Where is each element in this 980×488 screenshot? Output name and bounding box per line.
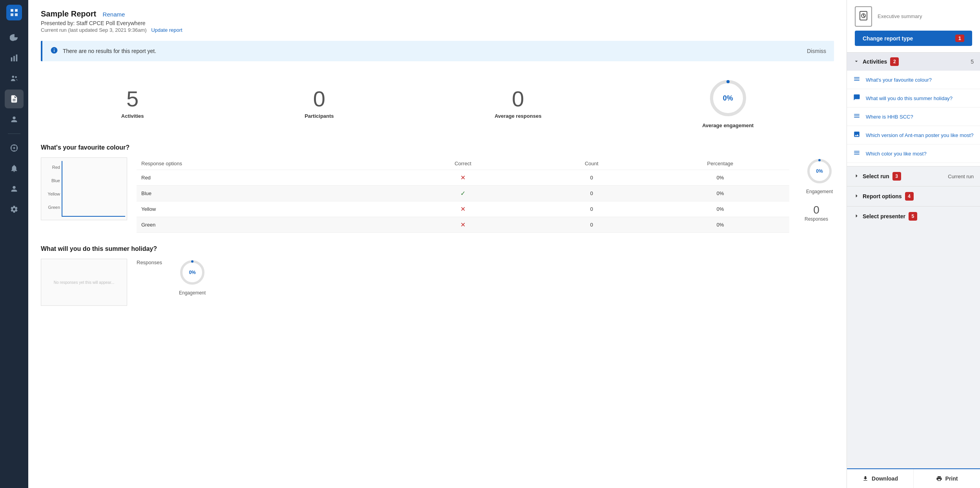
list-item[interactable]: What's your favourite colour? [847, 71, 980, 89]
svg-point-5 [12, 76, 15, 78]
main-area: Sample Report Rename Presented by: Staff… [28, 0, 980, 488]
step-badge-3: 3 [892, 172, 901, 181]
activities-count: 5 [121, 88, 144, 110]
question1-engagement-panel: 0% Engagement 0 Responses [799, 157, 834, 222]
report-meta: Current run (last updated Sep 3, 2021 9:… [41, 27, 834, 33]
rename-link[interactable]: Rename [103, 11, 125, 18]
svg-point-0 [11, 10, 13, 11]
chat-icon [853, 94, 861, 102]
chevron-right-icon [853, 193, 860, 200]
sidebar-item-settings[interactable] [5, 200, 24, 219]
question1-layout: Red Blue Yellow Green Response options C… [41, 157, 834, 233]
sidebar-item-analytics[interactable] [5, 49, 24, 68]
right-panel: Executive summary Change report type 1 A… [847, 0, 980, 488]
chevron-right-icon [853, 173, 860, 180]
print-button[interactable]: Print [913, 469, 980, 488]
col-percentage: Percentage [656, 161, 785, 166]
dismiss-button[interactable]: Dismiss [807, 48, 826, 54]
svg-rect-3 [13, 56, 15, 62]
sidebar-item-profile[interactable] [5, 179, 24, 198]
activity-link-3[interactable]: Where is HHB SCC? [866, 114, 913, 120]
sidebar-divider [8, 133, 20, 134]
activity-link-2[interactable]: What will you do this summer holiday? [866, 95, 953, 101]
avg-engagement-label: Average engagement [702, 122, 754, 128]
svg-point-8 [13, 147, 15, 149]
select-run-header[interactable]: Select run 3 Current run [847, 166, 980, 186]
rp-select-run: Select run 3 Current run [847, 166, 980, 186]
question2-chart: No responses yet this will appear... [41, 259, 127, 306]
svg-point-7 [13, 117, 15, 119]
select-run-value: Current run [948, 174, 974, 179]
question1-title: What's your favourite colour? [41, 144, 834, 151]
correct-icon-blue: ✓ [460, 190, 465, 197]
rp-title-block: Executive summary [878, 13, 922, 20]
avg-responses-count: 0 [495, 88, 541, 110]
update-report-link[interactable]: Update report [151, 27, 182, 33]
activity-link-5[interactable]: Which color you like most? [866, 151, 927, 157]
question2-section: What will you do this summer holiday? No… [41, 245, 834, 306]
table-row: Yellow ✕ 0 0% [137, 201, 789, 217]
stat-activities: 5 Activities [121, 88, 144, 119]
list-item[interactable]: Which color you like most? [847, 144, 980, 163]
activity-link-4[interactable]: Which version of Ant-man poster you like… [866, 132, 974, 138]
svg-point-9 [13, 186, 15, 189]
stats-row: 5 Activities 0 Participants 0 Average re… [41, 69, 834, 135]
participants-label: Participants [305, 113, 334, 119]
banner-text: There are no results for this report yet… [63, 48, 156, 54]
sidebar-item-notifications[interactable] [5, 159, 24, 178]
correct-icon-yellow: ✕ [460, 205, 465, 213]
col-response-options: Response options [141, 161, 399, 166]
participants-count: 0 [305, 88, 334, 110]
list-item[interactable]: Where is HHB SCC? [847, 108, 980, 126]
list-item[interactable]: What will you do this summer holiday? [847, 89, 980, 108]
sidebar-item-presenter[interactable] [5, 110, 24, 129]
table-header-row: Response options Correct Count Percentag… [137, 157, 789, 170]
engagement-circle: 0% [708, 79, 748, 118]
svg-rect-2 [11, 57, 13, 61]
avg-engagement-value: 0% [723, 94, 733, 102]
rp-bottom-bar: Download Print [847, 468, 980, 488]
rp-select-presenter: Select presenter 5 [847, 206, 980, 226]
step-badge-2: 2 [890, 57, 899, 66]
activities-count-badge: 5 [971, 58, 974, 65]
question1-table: Response options Correct Count Percentag… [137, 157, 789, 233]
rp-activities-header[interactable]: Activities 2 5 [847, 53, 980, 71]
list-item[interactable]: Which version of Ant-man poster you like… [847, 126, 980, 144]
svg-point-1 [16, 10, 17, 11]
info-banner: There are no results for this report yet… [41, 41, 834, 61]
download-button[interactable]: Download [847, 469, 913, 488]
col-correct: Correct [399, 161, 527, 166]
list-icon [853, 149, 861, 158]
sidebar-item-reports[interactable] [5, 90, 24, 108]
rp-activities: Activities 2 5 What's your favourite col… [847, 53, 980, 166]
correct-icon-red: ✕ [460, 174, 465, 181]
report-options-header[interactable]: Report options 4 [847, 186, 980, 206]
change-report-type-button[interactable]: Change report type 1 [855, 31, 972, 46]
activities-label: Activities [121, 113, 144, 119]
question1-chart: Red Blue Yellow Green [41, 157, 127, 220]
sidebar-item-support[interactable] [5, 139, 24, 157]
sidebar-item-dashboard[interactable] [5, 28, 24, 47]
report-presenter: Presented by: Staff CPCE Poll Everywhere [41, 20, 834, 26]
sidebar-logo[interactable] [6, 5, 22, 20]
report-type-icon [855, 6, 872, 27]
svg-point-6 [15, 76, 17, 78]
question2-layout: No responses yet this will appear... Res… [41, 259, 834, 306]
chevron-right-icon [853, 213, 860, 220]
report-title: Sample Report [41, 9, 96, 18]
question2-title: What will you do this summer holiday? [41, 245, 834, 252]
question2-engagement-panel: 0% Engagement [172, 259, 207, 296]
select-presenter-header[interactable]: Select presenter 5 [847, 207, 980, 226]
table-row: Blue ✓ 0 0% [137, 186, 789, 201]
avg-responses-label: Average responses [495, 113, 541, 119]
content-area: Sample Report Rename Presented by: Staff… [28, 0, 847, 488]
table-row: Red ✕ 0 0% [137, 170, 789, 186]
activity-list: What's your favourite colour? What will … [847, 71, 980, 166]
sidebar-item-participants[interactable] [5, 69, 24, 88]
table-row: Green ✕ 0 0% [137, 217, 789, 233]
sidebar [0, 0, 28, 488]
chevron-down-icon [853, 58, 860, 66]
stat-avg-responses: 0 Average responses [495, 88, 541, 119]
activity-link-1[interactable]: What's your favourite colour? [866, 77, 932, 83]
svg-rect-4 [16, 55, 18, 61]
